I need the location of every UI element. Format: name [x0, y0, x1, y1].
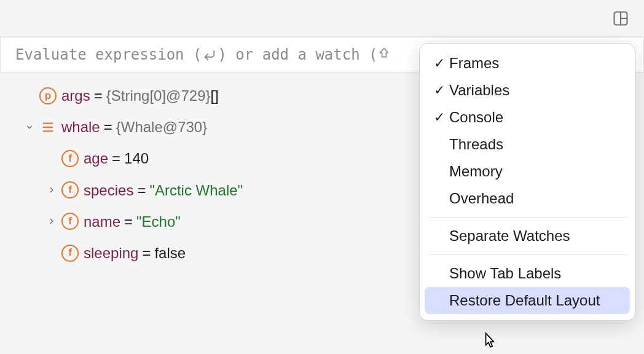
field-icon: f	[61, 181, 79, 199]
shift-key-icon	[378, 46, 390, 63]
menu-item-label: Console	[449, 109, 503, 126]
chevron-right-icon[interactable]	[44, 217, 59, 226]
variable-name: sleeping	[84, 243, 138, 262]
variable-value: false	[154, 243, 186, 262]
variable-name: age	[84, 149, 108, 168]
menu-item-label: Overhead	[449, 190, 514, 207]
menu-separator	[427, 217, 627, 218]
menu-item-label: Frames	[449, 55, 499, 72]
debug-toolbar	[0, 0, 644, 37]
field-icon: f	[61, 213, 79, 230]
layout-settings-button[interactable]	[610, 7, 632, 30]
menu-item-separate-watches[interactable]: Separate Watches	[425, 222, 630, 250]
equals-sign: =	[142, 243, 151, 262]
menu-item-console[interactable]: ✓Console	[425, 104, 630, 131]
variable-name: species	[84, 181, 133, 200]
equals-sign: =	[137, 181, 146, 200]
menu-item-show-tab-labels[interactable]: Show Tab Labels	[425, 260, 630, 287]
variable-value: 140	[124, 149, 149, 168]
equals-sign: =	[104, 117, 112, 136]
checkmark-icon: ✓	[430, 55, 449, 71]
checkmark-icon: ✓	[430, 109, 449, 125]
chevron-down-icon[interactable]	[22, 123, 37, 132]
parameter-icon: p	[39, 87, 57, 104]
variable-name: args	[61, 86, 90, 105]
menu-separator	[427, 254, 627, 255]
placeholder-mid: ) or add a watch (	[218, 46, 377, 63]
object-icon	[41, 120, 55, 135]
layout-menu: ✓Frames✓Variables✓ConsoleThreadsMemoryOv…	[419, 43, 635, 321]
menu-item-label: Threads	[449, 136, 503, 153]
menu-item-label: Variables	[449, 82, 509, 99]
menu-item-restore-default-layout[interactable]: Restore Default Layout	[425, 287, 630, 314]
placeholder-prefix: Evaluate expression (	[15, 46, 202, 63]
menu-item-frames[interactable]: ✓Frames	[425, 50, 630, 77]
mouse-cursor-icon	[482, 332, 498, 353]
equals-sign: =	[112, 149, 120, 168]
equals-sign: =	[124, 212, 133, 231]
menu-item-label: Restore Default Layout	[449, 292, 600, 309]
checkmark-icon: ✓	[430, 82, 449, 98]
variable-value: "Arctic Whale"	[149, 181, 243, 200]
variable-name: whale	[61, 117, 100, 136]
menu-item-threads[interactable]: Threads	[425, 131, 630, 158]
variable-name: name	[84, 212, 120, 231]
menu-item-label: Separate Watches	[449, 227, 570, 245]
menu-item-overhead[interactable]: Overhead	[425, 185, 630, 212]
field-icon: f	[61, 245, 79, 262]
chevron-right-icon[interactable]	[44, 186, 59, 194]
equals-sign: =	[94, 86, 103, 105]
menu-item-label: Show Tab Labels	[449, 265, 561, 282]
variable-value: []	[211, 86, 219, 105]
menu-item-label: Memory	[449, 163, 503, 180]
enter-key-icon	[203, 49, 216, 62]
layout-icon	[612, 10, 629, 27]
variable-value: "Echo"	[136, 212, 181, 231]
variable-value-ref: {Whale@730}	[116, 117, 207, 136]
menu-item-memory[interactable]: Memory	[425, 158, 630, 185]
field-icon: f	[61, 150, 79, 167]
menu-item-variables[interactable]: ✓Variables	[425, 77, 630, 104]
variable-value-ref: {String[0]@729}	[106, 86, 211, 105]
